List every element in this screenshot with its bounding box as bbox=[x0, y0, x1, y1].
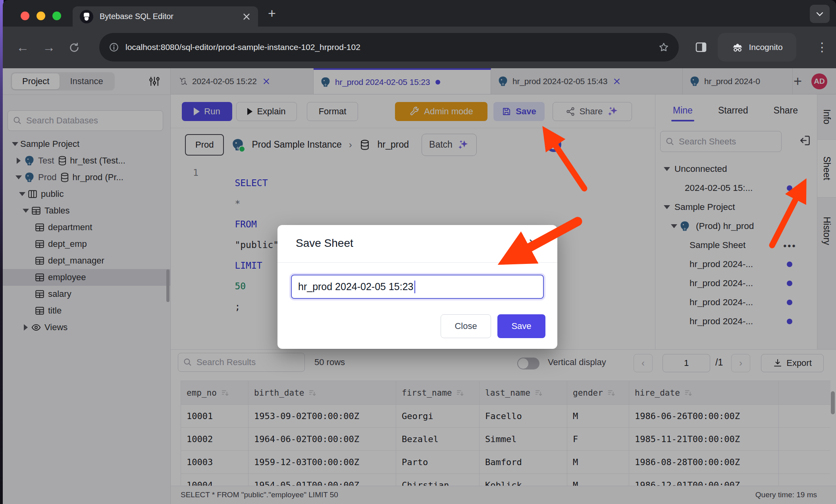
bytebase-favicon bbox=[80, 10, 93, 23]
new-tab-button[interactable]: + bbox=[268, 6, 276, 21]
incognito-badge: Incognito bbox=[718, 33, 796, 62]
save-button[interactable]: Save bbox=[497, 314, 545, 338]
text-caret bbox=[414, 281, 415, 293]
screenshot-root: Bytebase SQL Editor + ← → localhost:8080… bbox=[0, 0, 836, 504]
dialog-title: Save Sheet bbox=[296, 237, 353, 250]
bookmark-star-icon[interactable] bbox=[658, 42, 669, 53]
browser-tab-title: Bytebase SQL Editor bbox=[100, 12, 242, 21]
url-text: localhost:8080/sql-editor/prod-sample-in… bbox=[125, 42, 658, 52]
bytebase-app: Project Instance Search Databases Sample… bbox=[3, 68, 836, 504]
reload-icon[interactable] bbox=[69, 42, 80, 53]
side-panel-icon[interactable] bbox=[695, 41, 707, 54]
close-tab-icon[interactable] bbox=[242, 12, 251, 21]
sheet-name-value: hr_prod 2024-02-05 15:23 bbox=[298, 281, 414, 292]
close-dialog-icon[interactable] bbox=[528, 238, 539, 249]
window-zoom-button[interactable] bbox=[52, 12, 61, 20]
tab-search-button[interactable] bbox=[810, 5, 830, 23]
sheet-name-input[interactable]: hr_prod 2024-02-05 15:23 bbox=[291, 275, 544, 299]
address-bar[interactable]: localhost:8080/sql-editor/prod-sample-in… bbox=[99, 33, 679, 62]
window-minimize-button[interactable] bbox=[37, 12, 45, 20]
incognito-label: Incognito bbox=[749, 42, 782, 52]
dialog-divider bbox=[277, 262, 557, 263]
browser-chrome: Bytebase SQL Editor + ← → localhost:8080… bbox=[3, 0, 836, 68]
close-button[interactable]: Close bbox=[441, 314, 491, 338]
chevron-down-icon bbox=[815, 9, 824, 19]
browser-menu-icon[interactable]: ⋮ bbox=[816, 40, 828, 54]
browser-toolbar: ← → localhost:8080/sql-editor/prod-sampl… bbox=[3, 27, 836, 68]
back-icon[interactable]: ← bbox=[16, 40, 29, 55]
site-info-icon[interactable] bbox=[109, 42, 119, 52]
browser-tab-strip: Bytebase SQL Editor + bbox=[3, 0, 836, 27]
forward-icon[interactable]: → bbox=[42, 40, 55, 55]
browser-tab[interactable]: Bytebase SQL Editor bbox=[73, 6, 258, 27]
save-sheet-dialog: Save Sheet hr_prod 2024-02-05 15:23 Clos… bbox=[277, 225, 557, 349]
incognito-spy-icon bbox=[731, 41, 744, 54]
window-close-button[interactable] bbox=[21, 12, 29, 20]
